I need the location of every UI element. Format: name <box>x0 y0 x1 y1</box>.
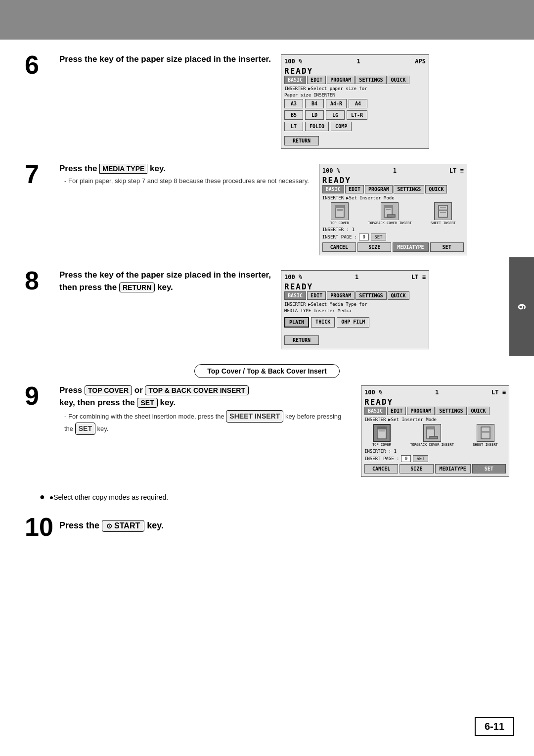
ui8-thick-btn[interactable]: THICK <box>311 317 335 328</box>
ui9-insertpage-label: INSERT PAGE : <box>364 456 399 461</box>
ui6-tab-basic[interactable]: BASIC <box>284 76 306 84</box>
step-9-key1[interactable]: TOP COVER <box>85 385 132 395</box>
ui9-icon-topcov[interactable]: TOP COVER <box>372 424 391 447</box>
step-8-key[interactable]: RETURN <box>119 283 155 292</box>
ui8-return-btn[interactable]: RETURN <box>284 335 319 345</box>
step-9-key-note[interactable]: SHEET INSERT <box>226 410 283 423</box>
ui7-set-btn[interactable]: SET <box>371 234 386 240</box>
start-icon: ⊙ <box>106 522 112 530</box>
ui7-cancel-btn[interactable]: CANCEL <box>322 242 356 252</box>
ui6-btn-b5[interactable]: B5 <box>284 110 303 120</box>
ui7-tab-settings[interactable]: SETTINGS <box>394 185 424 193</box>
ui7-tab-edit[interactable]: EDIT <box>345 185 364 193</box>
ui6-tab-quick[interactable]: QUICK <box>388 76 409 84</box>
ui9-info2: ▶Set Inserter Mode <box>388 417 437 422</box>
ui9-icon-topback[interactable]: TOP&BACK COVER INSERT <box>410 424 454 447</box>
sidebar-number: 6 <box>515 304 528 310</box>
ui8-tab-program[interactable]: PROGRAM <box>327 291 355 300</box>
ui6-btn-lt[interactable]: LT <box>284 122 303 131</box>
ui6-tab-settings[interactable]: SETTINGS <box>356 76 386 84</box>
ui7-inserter-label: INSERTER : 1 <box>322 227 355 232</box>
step-9-key3[interactable]: SET <box>137 398 157 408</box>
ui9-tab-edit[interactable]: EDIT <box>387 407 406 415</box>
ui8-ohpfilm-btn[interactable]: OHP FILM <box>337 317 369 328</box>
ui9-size-btn[interactable]: SIZE <box>400 464 433 473</box>
ui8-tab-basic[interactable]: BASIC <box>284 291 306 300</box>
ui7-mediatype-btn[interactable]: MEDIATYPE <box>393 242 428 252</box>
ui6-btns-row2: B5 LD LG LT-R <box>284 110 426 120</box>
step-9-number: 9 <box>25 383 54 409</box>
ui7-tab-program[interactable]: PROGRAM <box>365 185 393 193</box>
ui7-insertpage-value: 0 <box>359 234 369 240</box>
ui6-tab-edit[interactable]: EDIT <box>307 76 326 84</box>
section-divider: Top Cover / Top & Back Cover Insert <box>25 364 509 378</box>
ui9-mediatype-btn[interactable]: MEDIATYPE <box>435 464 471 473</box>
ui6-status: READY <box>284 66 426 76</box>
step-6-title: Press the key of the paper size placed i… <box>59 54 271 64</box>
ui6-return-btn[interactable]: RETURN <box>284 136 319 145</box>
ui7-insertpage-label: INSERT PAGE : <box>322 235 357 239</box>
ui6-btns-row3: LT FOLIO COMP <box>284 122 426 131</box>
ui9-tab-settings[interactable]: SETTINGS <box>436 407 466 415</box>
step-10-text: Press the <box>59 520 99 530</box>
svg-rect-13 <box>377 427 386 429</box>
ui7-set-bottom-btn[interactable]: SET <box>430 242 464 252</box>
ui9-tab-program[interactable]: PROGRAM <box>407 407 435 415</box>
ui9-cancel-btn[interactable]: CANCEL <box>364 464 398 473</box>
ui6-btn-a4r[interactable]: A4-R <box>326 99 347 108</box>
ui8-tab-settings[interactable]: SETTINGS <box>356 291 386 300</box>
ui8-tab-quick[interactable]: QUICK <box>388 291 409 300</box>
ui6-btn-lg[interactable]: LG <box>326 110 345 120</box>
ui6-btn-comp[interactable]: COMP <box>331 122 352 131</box>
step-9-key-note2[interactable]: SET <box>75 423 95 435</box>
ui7-tab-quick[interactable]: QUICK <box>425 185 447 193</box>
ui9-tab-basic[interactable]: BASIC <box>364 407 386 415</box>
ui7-tab-basic[interactable]: BASIC <box>322 185 344 193</box>
ui8-plain-btn[interactable]: PLAIN <box>284 317 309 328</box>
svg-rect-5 <box>384 205 392 208</box>
step-6-ui-panel: 100 % 1 APS READY BASIC EDIT PROGRAM SET… <box>281 54 429 149</box>
step-9-note1: - For combining with the sheet insertion… <box>64 413 224 420</box>
ui6-btn-b4[interactable]: B4 <box>305 99 324 108</box>
step-10-number: 10 <box>25 512 59 542</box>
step-7-title2: key. <box>150 164 166 173</box>
ui7-icon-topback[interactable]: TOP&BACK COVER INSERT <box>368 202 412 225</box>
ui7-icon-topback-label: TOP&BACK COVER INSERT <box>368 221 412 225</box>
ui6-tab-program[interactable]: PROGRAM <box>327 76 355 84</box>
step-8-block: 8 Press the key of the paper size placed… <box>25 270 509 349</box>
ui6-btn-ld[interactable]: LD <box>305 110 324 120</box>
svg-rect-1 <box>335 205 344 208</box>
ui8-tab-edit[interactable]: EDIT <box>307 291 326 300</box>
ui6-btn-folio[interactable]: FOLIO <box>305 122 329 131</box>
ui9-icon-topback-label: TOP&BACK COVER INSERT <box>410 443 454 447</box>
ui9-set-btn[interactable]: SET <box>413 455 428 462</box>
ui9-icon-sheetinsert[interactable]: SHEET INSERT <box>473 424 498 447</box>
step-9-ui-panel: 100 % 1 LT ≡ READY BASIC EDIT PROGRAM SE… <box>361 385 509 477</box>
ui7-icon-topcov[interactable]: TOP COVER <box>330 202 349 225</box>
top-banner <box>0 0 534 40</box>
ui7-info1: INSERTER <box>322 195 344 200</box>
ui7-status: READY <box>322 176 464 185</box>
step-9-content: Press TOP COVER or TOP & BACK COVER INSE… <box>59 385 509 477</box>
ui9-tab-quick[interactable]: QUICK <box>468 407 490 415</box>
step-10-start-key[interactable]: ⊙ START <box>102 520 144 532</box>
ui6-btn-a4[interactable]: A4 <box>349 99 367 108</box>
ui7-tabs: BASIC EDIT PROGRAM SETTINGS QUICK <box>322 185 464 193</box>
ui9-percent: 100 % <box>364 389 382 396</box>
ui8-info2: ▶Select Media Type for <box>308 302 367 307</box>
ui6-info2: ▶Select paper size for <box>308 86 367 91</box>
step-9-note: - For combining with the sheet insertion… <box>64 410 351 435</box>
ui9-set-bottom-btn[interactable]: SET <box>472 464 506 473</box>
ui7-icon-topcov-label: TOP COVER <box>330 221 349 225</box>
ui7-icon-sheetinsert[interactable]: SHEET INSERT <box>431 202 456 225</box>
step-7-ui-panel: 100 % 1 LT ≡ READY BASIC EDIT PROGRAM SE… <box>319 164 467 255</box>
ui6-btn-ltr[interactable]: LT-R <box>347 110 367 120</box>
step-7-key[interactable]: MEDIA TYPE <box>99 164 147 174</box>
ui7-bottom-bar: CANCEL SIZE MEDIATYPE SET <box>322 242 464 252</box>
step-9-key2[interactable]: TOP & BACK COVER INSERT <box>145 385 249 395</box>
ui6-btn-a3[interactable]: A3 <box>284 99 303 108</box>
ui8-info2: MEDIA TYPE Inserter Media <box>284 308 426 313</box>
ui7-size-btn[interactable]: SIZE <box>357 242 391 252</box>
step-8-title3: key. <box>157 283 173 292</box>
ui7-icon-sheetinsert-label: SHEET INSERT <box>431 221 456 225</box>
